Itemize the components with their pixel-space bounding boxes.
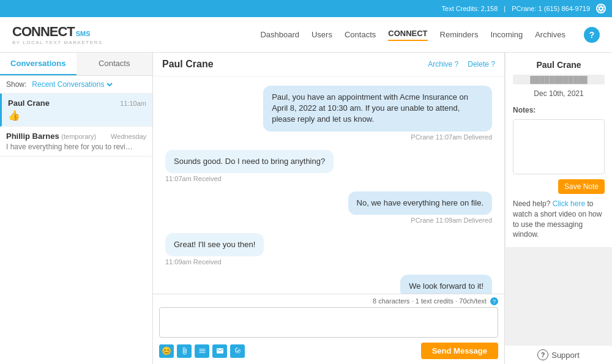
conv-preview: I have everything here for you to review… [6, 143, 135, 151]
message-row: Sounds good. Do I need to bring anything… [165, 150, 492, 182]
tab-conversations[interactable]: Conversations [0, 53, 76, 75]
right-panel-wrapper: Paul Crane ████████████ Dec 10th, 2021 N… [505, 53, 612, 364]
sidebar-tabs: Conversations Contacts [0, 53, 152, 76]
top-bar-divider: | [504, 5, 506, 12]
message-meta: PCrane 11:07am Delivered [411, 133, 492, 141]
message-input[interactable] [159, 307, 498, 338]
right-panel: Paul Crane ████████████ Dec 10th, 2021 N… [505, 53, 612, 247]
save-note-button[interactable]: Save Note [558, 179, 605, 194]
sidebar: Conversations Contacts Show: Recent Conv… [0, 53, 153, 364]
conv-preview: 👍 [8, 110, 146, 121]
message-bubble: Great! I'll see you then! [165, 233, 264, 256]
message-bubble: No, we have everything here on file. [348, 191, 492, 215]
conv-time: Wednesday [111, 133, 146, 140]
nav-users[interactable]: Users [312, 30, 332, 39]
message-row: Great! I'll see you then! 11:09am Receiv… [165, 233, 492, 266]
logo-sms: SMS [76, 30, 91, 37]
nav-links: Dashboard Users Contacts CONNECT Reminde… [260, 27, 600, 43]
input-icons: 😊 [159, 344, 245, 358]
nav-connect[interactable]: CONNECT [388, 29, 427, 41]
archive-button[interactable]: Archive ? [428, 60, 458, 69]
nav-reminders[interactable]: Reminders [440, 30, 479, 39]
conversations-filter[interactable]: Recent Conversations [29, 80, 114, 89]
template-icon[interactable] [195, 344, 209, 358]
schedule-icon[interactable] [230, 344, 245, 358]
delete-info-icon: ? [491, 60, 495, 69]
tab-contacts[interactable]: Contacts [76, 53, 153, 75]
nav-dashboard[interactable]: Dashboard [260, 30, 299, 39]
attach-icon[interactable] [177, 344, 192, 358]
message-row: We look forward to it! PCrane 11:10am De… [165, 275, 492, 293]
conv-time: 11:10am [120, 100, 146, 107]
logo-connect: CONNECT [12, 24, 75, 40]
top-bar: Text Credits: 2,158 | PCrane: 1 (615) 86… [0, 0, 612, 17]
message-row: No, we have everything here on file. PCr… [165, 191, 492, 224]
chat-messages: Paul, you have an appointment with Acme … [153, 76, 504, 294]
nav-bar: CONNECT SMS BY LOCAL TEXT MARKETERS Dash… [0, 17, 612, 53]
show-label: Show: [6, 80, 26, 89]
conv-name: Paul Crane [8, 98, 50, 108]
help-link[interactable]: Click here [553, 199, 585, 208]
logo: CONNECT SMS BY LOCAL TEXT MARKETERS [12, 24, 103, 45]
message-meta: PCrane 11:09am Delivered [411, 217, 492, 224]
chat-contact-name: Paul Crane [162, 59, 214, 70]
help-button[interactable]: ? [584, 27, 600, 43]
archive-info-icon: ? [455, 60, 459, 69]
nav-incoming[interactable]: Incoming [490, 30, 523, 39]
contact-icon[interactable] [212, 344, 227, 358]
chat-area: Paul Crane Archive ? Delete ? Paul, you … [153, 53, 505, 364]
support-bar[interactable]: ? Support [505, 345, 612, 364]
help-text: Need help? Click here to watch a short v… [513, 199, 605, 240]
show-filter-bar: Show: Recent Conversations [0, 76, 152, 94]
support-label: Support [551, 351, 580, 360]
conv-name: Phillip Barnes (temporary) [6, 132, 96, 141]
message-meta: 11:09am Received [165, 258, 222, 266]
logo-sub: BY LOCAL TEXT MARKETERS [12, 40, 103, 45]
notes-textarea[interactable] [513, 119, 605, 174]
message-row: Paul, you have an appointment with Acme … [165, 86, 492, 141]
support-icon: ? [537, 349, 548, 360]
notes-label: Notes: [513, 106, 605, 114]
message-bubble: Sounds good. Do I need to bring anything… [165, 150, 334, 173]
conversation-list: Paul Crane 11:10am 👍 Phillip Barnes (tem… [0, 94, 152, 364]
char-count: 8 characters · 1 text credits · 70ch/tex… [159, 297, 498, 306]
right-contact-date: Dec 10th, 2021 [513, 89, 605, 98]
gear-icon[interactable] [596, 4, 606, 13]
main-layout: Conversations Contacts Show: Recent Conv… [0, 53, 612, 364]
nav-archives[interactable]: Archives [535, 30, 565, 39]
message-bubble: Paul, you have an appointment with Acme … [263, 86, 492, 132]
right-contact-name: Paul Crane [513, 60, 605, 70]
input-toolbar: 😊 Send Message [159, 343, 498, 359]
chat-header-actions: Archive ? Delete ? [428, 60, 495, 69]
nav-contacts[interactable]: Contacts [345, 30, 376, 39]
message-meta: 11:07am Received [165, 175, 222, 182]
message-bubble: We look forward to it! [400, 275, 492, 293]
char-info-icon: ? [490, 297, 498, 305]
current-user-label: PCrane: 1 (615) 864-9719 [512, 5, 590, 12]
emoji-icon[interactable]: 😊 [159, 344, 174, 358]
right-contact-phone: ████████████ [513, 75, 605, 84]
list-item[interactable]: Phillip Barnes (temporary) Wednesday I h… [0, 127, 152, 157]
chat-header: Paul Crane Archive ? Delete ? [153, 53, 504, 76]
list-item[interactable]: Paul Crane 11:10am 👍 [0, 94, 152, 127]
delete-button[interactable]: Delete ? [468, 60, 495, 69]
chat-input-area: 8 characters · 1 text credits · 70ch/tex… [153, 294, 504, 365]
send-message-button[interactable]: Send Message [421, 343, 498, 359]
text-credits: Text Credits: 2,158 [442, 5, 498, 12]
